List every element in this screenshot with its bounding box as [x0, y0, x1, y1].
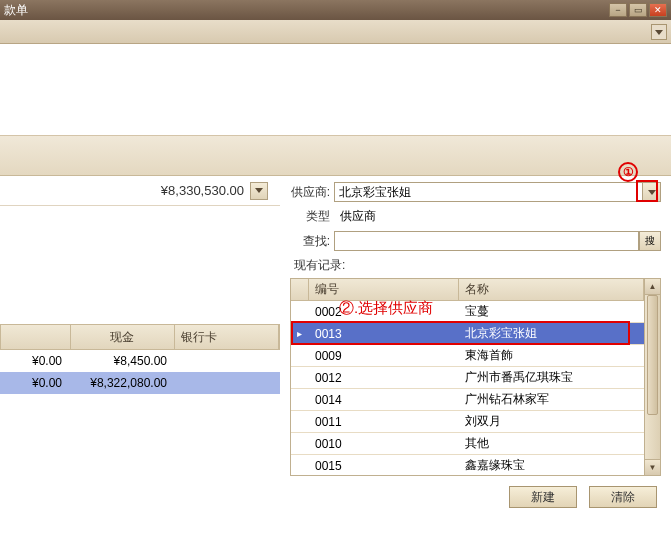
- col-card: 银行卡: [175, 325, 279, 349]
- col-code[interactable]: 编号: [309, 279, 459, 300]
- minimize-button[interactable]: −: [609, 3, 627, 17]
- chevron-down-icon: [255, 188, 263, 193]
- type-value: 供应商: [334, 208, 661, 225]
- type-label: 类型: [290, 208, 334, 225]
- search-button[interactable]: 搜: [639, 231, 661, 251]
- record-row[interactable]: 0015鑫嘉缘珠宝: [291, 455, 644, 475]
- find-label: 查找:: [290, 233, 334, 250]
- cell: ¥8,322,080.00: [70, 376, 175, 390]
- cell-code: 0015: [309, 459, 459, 473]
- supplier-input[interactable]: [334, 182, 643, 202]
- payment-row[interactable]: ¥0.00¥8,322,080.00: [0, 372, 280, 394]
- col-name[interactable]: 名称: [459, 279, 644, 300]
- record-row[interactable]: 0002宝蔓: [291, 301, 644, 323]
- cell-name: 北京彩宝张姐: [459, 325, 644, 342]
- scroll-thumb[interactable]: [647, 295, 658, 415]
- cell-code: 0012: [309, 371, 459, 385]
- records-label: 现有记录:: [294, 257, 661, 274]
- cell-code: 0013: [309, 327, 459, 341]
- left-pane: ¥8,330,530.00 现金 银行卡 ¥0.00¥8,450.00¥0.00…: [0, 176, 280, 394]
- chevron-down-icon: [648, 190, 656, 195]
- records-grid: ②.选择供应商 编号 名称 0002宝蔓▸0013北京彩宝张姐0009東海首飾0…: [290, 278, 661, 476]
- window-title: 款单: [4, 2, 609, 19]
- row-indicator: ▸: [291, 328, 309, 339]
- record-row[interactable]: 0011刘双月: [291, 411, 644, 433]
- expand-toolbar-button[interactable]: [651, 24, 667, 40]
- cell-name: 宝蔓: [459, 303, 644, 320]
- title-bar: 款单 − ▭ ✕: [0, 0, 671, 20]
- supplier-dropdown[interactable]: [643, 182, 661, 202]
- scroll-down-button[interactable]: ▼: [645, 459, 660, 475]
- record-row[interactable]: 0012广州市番禹亿琪珠宝: [291, 367, 644, 389]
- record-row[interactable]: 0010其他: [291, 433, 644, 455]
- cell-name: 广州钻石林家军: [459, 391, 644, 408]
- payment-table-header: 现金 银行卡: [0, 324, 280, 350]
- amount-dropdown[interactable]: [250, 182, 268, 200]
- cell: ¥0.00: [0, 354, 70, 368]
- payment-row[interactable]: ¥0.00¥8,450.00: [0, 350, 280, 372]
- clear-button[interactable]: 清除: [589, 486, 657, 508]
- close-button[interactable]: ✕: [649, 3, 667, 17]
- cell: ¥8,450.00: [70, 354, 175, 368]
- cell-name: 刘双月: [459, 413, 644, 430]
- supplier-panel: ① 供应商: 类型 供应商 查找: 搜 现有记录: ②.选择供应商 编号 名称: [280, 176, 671, 556]
- cell-name: 鑫嘉缘珠宝: [459, 457, 644, 474]
- supplier-label: 供应商:: [290, 184, 334, 201]
- cell-code: 0010: [309, 437, 459, 451]
- cell: ¥0.00: [0, 376, 70, 390]
- cell-code: 0002: [309, 305, 459, 319]
- grid-scrollbar[interactable]: ▲ ▼: [644, 279, 660, 475]
- chevron-down-icon: [655, 30, 663, 35]
- record-row[interactable]: ▸0013北京彩宝张姐: [291, 323, 644, 345]
- record-row[interactable]: 0009東海首飾: [291, 345, 644, 367]
- cell-code: 0009: [309, 349, 459, 363]
- scroll-up-button[interactable]: ▲: [645, 279, 660, 295]
- new-button[interactable]: 新建: [509, 486, 577, 508]
- cell-name: 東海首飾: [459, 347, 644, 364]
- cell-code: 0014: [309, 393, 459, 407]
- col-cash: 现金: [71, 325, 175, 349]
- upper-pane: [0, 44, 671, 136]
- toolbar: [0, 20, 671, 44]
- maximize-button[interactable]: ▭: [629, 3, 647, 17]
- find-input[interactable]: [334, 231, 639, 251]
- mid-bar: [0, 136, 671, 176]
- cell-code: 0011: [309, 415, 459, 429]
- cell-name: 其他: [459, 435, 644, 452]
- total-amount: ¥8,330,530.00: [161, 183, 244, 198]
- cell-name: 广州市番禹亿琪珠宝: [459, 369, 644, 386]
- record-row[interactable]: 0014广州钻石林家军: [291, 389, 644, 411]
